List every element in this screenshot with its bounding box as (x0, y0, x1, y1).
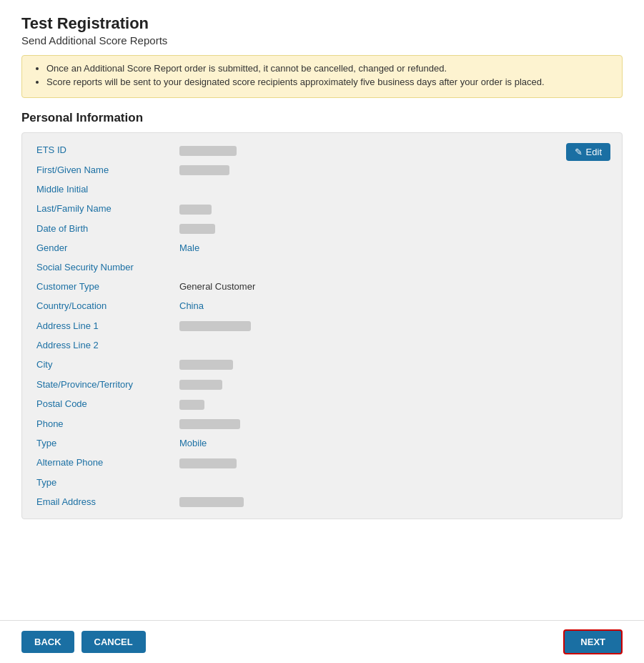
edit-button[interactable]: ✎ Edit (566, 143, 610, 161)
footer-left-buttons: BACK CANCEL (21, 631, 146, 653)
info-field-label: Address Line 2 (36, 340, 179, 350)
info-field-label: Type (36, 477, 179, 488)
info-field-label: Date of Birth (36, 223, 179, 234)
info-row: Social Security Number (36, 257, 608, 277)
info-row: First/Given Name (36, 160, 608, 180)
info-field-value (179, 378, 608, 390)
info-field-value (179, 418, 608, 430)
info-row: Postal Code (36, 394, 608, 414)
info-row: GenderMale (36, 238, 608, 257)
info-field-value: Mobile (179, 438, 207, 448)
info-field-value (179, 203, 608, 215)
notice-item: Once an Additional Score Report order is… (46, 63, 610, 74)
info-field-label: City (36, 359, 179, 370)
info-row: Country/LocationChina (36, 296, 608, 315)
info-field-label: Email Address (36, 496, 179, 507)
info-field-label: State/Province/Territory (36, 379, 179, 390)
info-row: Middle Initial (36, 180, 608, 199)
info-row: Phone (36, 414, 608, 434)
footer-bar: BACK CANCEL NEXT (0, 620, 644, 663)
notice-item: Score reports will be sent to your desig… (46, 77, 610, 87)
info-field-value (179, 223, 608, 235)
info-field-value: Male (179, 242, 199, 253)
info-field-label: Country/Location (36, 300, 179, 311)
info-field-value (179, 496, 608, 508)
info-field-value (179, 144, 608, 156)
info-row: City (36, 355, 608, 375)
info-field-label: Phone (36, 418, 179, 429)
edit-icon: ✎ (575, 147, 583, 157)
info-row: TypeMobile (36, 433, 608, 453)
info-row: Last/Family Name (36, 199, 608, 219)
info-row: Date of Birth (36, 219, 608, 239)
info-field-value (179, 320, 608, 331)
info-row: Customer TypeGeneral Customer (36, 277, 608, 296)
info-field-label: Address Line 1 (36, 320, 179, 331)
info-field-value (179, 164, 608, 176)
info-row: Email Address (36, 492, 608, 512)
info-field-label: Postal Code (36, 398, 179, 409)
info-row: Address Line 2 (36, 335, 608, 355)
section-title: Personal Information (21, 111, 623, 125)
info-row: ETS ID (36, 140, 608, 160)
info-field-label: Middle Initial (36, 184, 179, 195)
info-field-label: Last/Family Name (36, 203, 179, 214)
notice-box: Once an Additional Score Report order is… (21, 55, 623, 98)
info-field-label: First/Given Name (36, 164, 179, 175)
page-subtitle: Send Additional Score Reports (21, 34, 623, 46)
info-row: Address Line 1 (36, 315, 608, 335)
info-field-label: Alternate Phone (36, 457, 179, 468)
info-row: State/Province/Territory (36, 374, 608, 394)
info-field-label: Social Security Number (36, 262, 179, 272)
personal-info-panel: ✎ Edit ETS IDFirst/Given NameMiddle Init… (21, 132, 623, 519)
info-field-value (179, 398, 608, 410)
back-button[interactable]: BACK (21, 631, 74, 653)
info-field-value (179, 359, 608, 370)
info-field-value: General Customer (179, 281, 608, 292)
info-field-label: Gender (36, 242, 179, 253)
info-field-value (179, 457, 608, 468)
info-field-label: Customer Type (36, 281, 179, 292)
cancel-button[interactable]: CANCEL (81, 631, 146, 653)
page-title: Test Registration (21, 14, 623, 33)
info-row: Type (36, 473, 608, 492)
info-field-value: China (179, 300, 204, 311)
info-field-label: ETS ID (36, 144, 179, 155)
info-row: Alternate Phone (36, 453, 608, 473)
next-button[interactable]: NEXT (563, 629, 623, 654)
info-field-label: Type (36, 438, 179, 448)
